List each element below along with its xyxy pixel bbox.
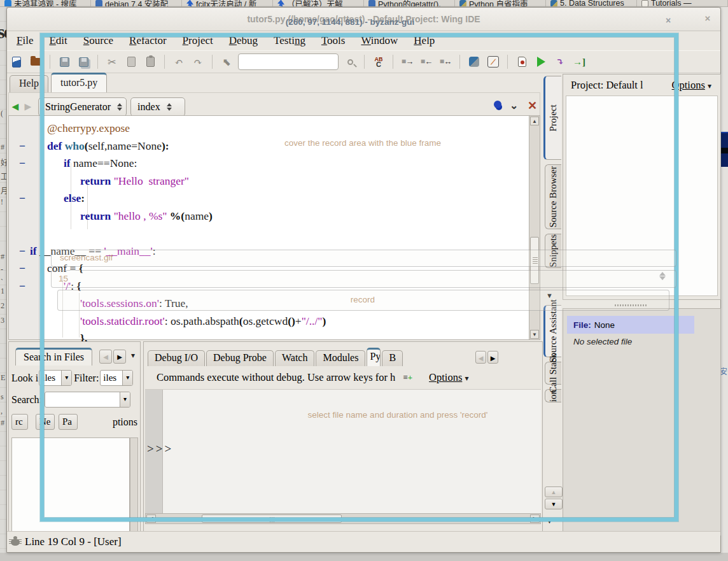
open-file-button[interactable] <box>26 53 45 70</box>
duration-spinner[interactable] <box>51 270 676 288</box>
debugger-bug-icon[interactable] <box>11 539 20 546</box>
spinner-arrows-icon[interactable] <box>659 272 666 280</box>
python-environment-icon[interactable] <box>465 53 484 70</box>
browser-tab[interactable]: Python的getattr(), <box>364 0 455 7</box>
menu-item[interactable]: Help <box>414 34 435 47</box>
menu-item[interactable]: Debug <box>229 34 258 47</box>
indent-left-button[interactable]: ≡← <box>417 53 436 70</box>
search-icon[interactable] <box>340 53 360 70</box>
byzanz-close-icon[interactable]: × <box>666 15 671 25</box>
tab-scroll-right-icon[interactable]: ▶ <box>113 350 126 364</box>
code-lines[interactable]: @cherrypy.expose−def who(self,name=None)… <box>9 120 529 348</box>
menu-item[interactable]: Refactor <box>129 34 167 47</box>
run-debug-button[interactable] <box>531 53 550 70</box>
breakpoint-icon[interactable] <box>512 53 531 70</box>
menu-item[interactable]: Edit <box>49 34 67 47</box>
close-editor-icon[interactable]: ✕ <box>528 99 537 113</box>
shell-options-menu[interactable]: Options ▾ <box>429 371 468 384</box>
look-in-select[interactable]: iles ▾ <box>39 370 72 386</box>
search-results-list[interactable] <box>11 437 130 532</box>
browser-tab[interactable]: fcitx无法启动 / 新 <box>182 0 273 7</box>
chevron-down-icon[interactable]: ⌄ <box>510 99 518 111</box>
search-combobox[interactable]: ▾ <box>45 392 130 408</box>
debug-tab[interactable]: Watch <box>275 350 314 366</box>
navigate-forward-icon[interactable]: ▶ <box>22 101 34 112</box>
editor-tab[interactable]: tutor5.py <box>51 73 107 92</box>
tab-scroll-right-icon[interactable]: ▶ <box>487 351 498 364</box>
close-icon[interactable]: × <box>701 13 715 25</box>
menu-item[interactable]: File <box>17 34 33 47</box>
results-scrollbar[interactable] <box>130 437 138 532</box>
debug-tab[interactable]: B <box>382 350 403 366</box>
shell-horizontal-scrollbar[interactable]: ◀ ▶ <box>145 513 541 524</box>
filter-select[interactable]: iles ▾ <box>100 370 133 386</box>
panel-menu-icon[interactable]: ▾ <box>131 351 135 360</box>
editor-tab[interactable]: Help <box>10 75 48 92</box>
save-button[interactable] <box>55 53 74 70</box>
cut-button[interactable]: ✂ <box>102 53 122 70</box>
browser-tab[interactable]: debian 7.4 安装配 <box>91 0 182 7</box>
menu-item[interactable]: Window <box>361 34 398 47</box>
indent-right-button[interactable]: ≡→ <box>398 53 417 70</box>
tabs-scroll-down-icon[interactable]: ▼ <box>545 499 563 509</box>
filename-field[interactable] <box>51 250 676 267</box>
pin-icon[interactable] <box>494 101 501 108</box>
preferences-wrench-icon[interactable]: ⟋ <box>484 53 503 70</box>
debug-tab[interactable]: Modules <box>316 350 365 366</box>
fold-collapse-icon[interactable]: − <box>19 243 25 260</box>
step-into-icon[interactable]: ⤵ <box>550 53 570 70</box>
fold-collapse-icon[interactable]: − <box>19 278 25 295</box>
batch-replace-button[interactable]: ABC <box>369 53 388 70</box>
fold-collapse-icon[interactable]: − <box>19 138 25 155</box>
vertical-tab[interactable]: ion <box>545 389 561 402</box>
scroll-left-icon[interactable]: ◀ <box>146 515 156 523</box>
tab-scroll-left-icon[interactable]: ◀ <box>99 350 112 364</box>
debug-tab[interactable]: Debug Probe <box>206 350 274 366</box>
titlebar[interactable]: tutor5.py (/home/gao/qttest) - Default P… <box>7 8 720 31</box>
tabs-scroll-up-icon[interactable]: ▲ <box>545 486 563 497</box>
debug-tab[interactable]: Debug I/O <box>148 350 205 366</box>
browser-tab[interactable]: Python 自省指南 <box>455 0 546 7</box>
menu-item[interactable]: Project <box>183 34 213 47</box>
browser-tab[interactable]: 5. Data Structures <box>546 0 637 7</box>
vertical-tab[interactable]: Source Assistant <box>543 305 561 357</box>
pointer-tool-icon[interactable]: ⬉ <box>217 53 236 70</box>
navigate-back-icon[interactable]: ◀ <box>9 101 22 112</box>
browser-tab[interactable]: Tutorials — <box>637 0 728 7</box>
undo-button[interactable]: ↶ <box>169 53 188 70</box>
symbol-selector[interactable]: StringGenerator <box>38 97 127 117</box>
copy-button[interactable] <box>122 53 141 70</box>
redo-button[interactable]: ↷ <box>188 53 207 70</box>
tab-search-in-files[interactable]: Search in Files <box>15 348 92 366</box>
browser-tab[interactable]: （已解决）无解 <box>273 0 364 7</box>
scroll-up-icon[interactable]: ▲ <box>530 117 539 125</box>
member-selector[interactable]: index <box>130 97 185 117</box>
menu-item[interactable]: Source <box>83 34 113 47</box>
step-out-icon[interactable]: →] <box>570 53 589 70</box>
new-file-button[interactable] <box>7 53 26 70</box>
project-options-menu[interactable]: Options ▾ <box>672 79 720 92</box>
browser-tab[interactable]: 未鸿其鸿观 - 搜库 <box>0 0 91 7</box>
debug-tab[interactable]: Python Shell <box>367 348 381 366</box>
fold-collapse-icon[interactable]: − <box>19 260 25 278</box>
paste-button-clipped[interactable]: Pa <box>59 414 78 430</box>
vertical-tab[interactable]: Project <box>543 76 561 160</box>
toolbar-search-input[interactable] <box>238 53 339 70</box>
menu-item[interactable]: Tools <box>321 34 346 47</box>
save-all-button[interactable] <box>74 53 93 70</box>
search-button-clipped[interactable]: rc <box>11 414 28 430</box>
scrollbar-thumb[interactable] <box>202 515 342 523</box>
next-button-clipped[interactable]: Ne <box>36 414 55 430</box>
vertical-tab[interactable]: Call Stack <box>545 362 561 385</box>
python-shell[interactable]: >>> <box>145 390 541 513</box>
scroll-right-icon[interactable]: ▶ <box>530 515 540 523</box>
scroll-down-icon[interactable]: ▼ <box>530 330 539 339</box>
options-label-clipped[interactable]: ptions <box>113 416 139 428</box>
fold-collapse-icon[interactable]: − <box>19 155 25 173</box>
vertical-tab[interactable]: Source Browser <box>545 164 561 229</box>
menu-item[interactable]: Testing <box>274 34 305 47</box>
fold-collapse-icon[interactable]: − <box>19 190 25 208</box>
paste-button[interactable] <box>141 53 160 70</box>
panel-menu-icon[interactable]: ▼ <box>546 517 553 525</box>
history-options-icon[interactable]: ≡+ <box>403 373 412 383</box>
